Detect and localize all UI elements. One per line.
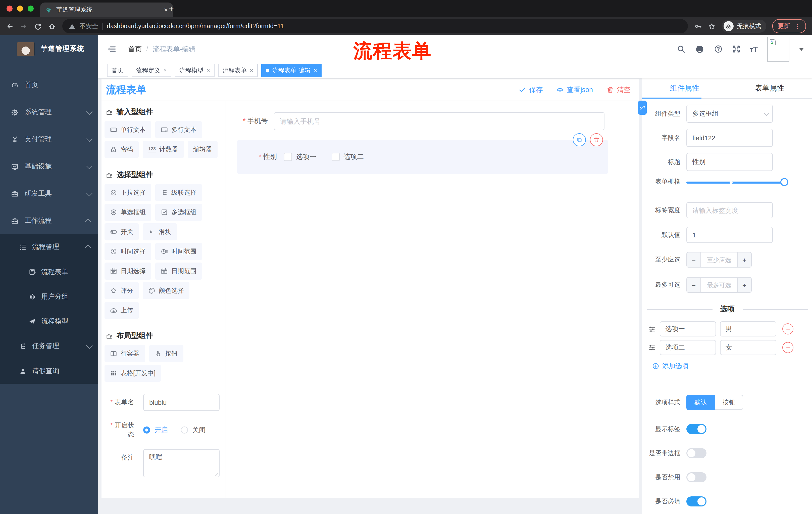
url-text[interactable]: dashboard.yudao.iocoder.cn/bpm/manager/f…: [107, 23, 284, 30]
stepper-decrease-button[interactable]: [687, 278, 701, 292]
reload-icon[interactable]: [34, 22, 42, 30]
drag-handle-icon[interactable]: [648, 344, 656, 351]
sidebar-item-user-group[interactable]: 用户分组: [0, 284, 98, 309]
palette-item-single-line-text[interactable]: 单行文本: [105, 121, 151, 138]
remove-option-button[interactable]: [782, 323, 793, 334]
fullscreen-icon[interactable]: [732, 45, 741, 53]
palette-item-row-container[interactable]: 行容器: [105, 345, 145, 362]
tag-close-icon[interactable]: [163, 67, 167, 74]
gender-option-2[interactable]: 选项二: [331, 153, 364, 161]
palette-item-rate[interactable]: 评分: [105, 282, 139, 299]
palette-item-select[interactable]: 下拉选择: [105, 184, 151, 201]
checkbox-icon[interactable]: [331, 153, 340, 161]
palette-item-counter[interactable]: 计数器: [143, 141, 184, 158]
back-icon[interactable]: [6, 22, 13, 30]
sidebar-item-workflow[interactable]: 工作流程: [0, 207, 98, 234]
collapse-sidebar-icon[interactable]: [108, 45, 116, 53]
bookmark-star-icon[interactable]: [708, 22, 715, 30]
browser-tab[interactable]: 芋道管理系统: [40, 2, 173, 17]
option-value-input[interactable]: [720, 340, 776, 355]
forward-icon[interactable]: [20, 22, 28, 30]
tag-process-form-edit[interactable]: 流程表单-编辑: [261, 64, 322, 77]
maximize-window-button[interactable]: [28, 5, 34, 11]
option-value-input[interactable]: [720, 321, 776, 336]
copy-field-button[interactable]: [573, 133, 586, 146]
palette-item-button[interactable]: 按钮: [149, 345, 183, 362]
sidebar-item-task-management[interactable]: 任务管理: [0, 333, 98, 359]
drag-handle-icon[interactable]: [648, 325, 656, 333]
palette-item-upload[interactable]: 上传: [105, 302, 139, 319]
view-json-button[interactable]: 查看json: [556, 85, 593, 94]
tag-process-definition[interactable]: 流程定义: [132, 64, 171, 77]
form-canvas[interactable]: 手机号 性别 选项一 选项二: [227, 101, 639, 498]
tag-close-icon[interactable]: [250, 67, 253, 74]
stepper-increase-button[interactable]: [737, 252, 751, 267]
link-handle[interactable]: [638, 101, 647, 115]
tab-form-props[interactable]: 表单属性: [727, 78, 812, 98]
tag-process-form[interactable]: 流程表单: [218, 64, 258, 77]
sidebar-item-process-model[interactable]: 流程模型: [0, 309, 98, 333]
palette-item-cascader[interactable]: 级联选择: [155, 184, 202, 201]
palette-item-radio-group[interactable]: 单选框组: [105, 204, 151, 221]
url-bar[interactable]: 不安全 dashboard.yudao.iocoder.cn/bpm/manag…: [62, 19, 688, 33]
clear-button[interactable]: 清空: [607, 85, 631, 94]
component-type-select[interactable]: 多选框组: [686, 105, 773, 123]
palette-item-date-range[interactable]: 日期范围: [155, 263, 202, 280]
option-label-input[interactable]: [660, 340, 716, 355]
stepper-decrease-button[interactable]: [687, 252, 701, 267]
search-icon[interactable]: [676, 45, 685, 53]
phone-field-input[interactable]: [274, 112, 605, 130]
title-input[interactable]: [686, 153, 773, 171]
remove-option-button[interactable]: [782, 342, 793, 353]
disabled-switch[interactable]: [686, 472, 706, 482]
field-name-input[interactable]: [686, 129, 773, 147]
min-select-input[interactable]: [701, 252, 737, 267]
tag-home[interactable]: 首页: [107, 64, 128, 77]
avatar-broken-image[interactable]: [767, 36, 789, 62]
avatar-dropdown-caret-icon[interactable]: [799, 48, 804, 51]
new-tab-button[interactable]: [169, 4, 174, 14]
sidebar-logo-row[interactable]: 芋道管理系统: [0, 35, 98, 62]
palette-item-multi-line-text[interactable]: 多行文本: [155, 121, 202, 138]
delete-field-button[interactable]: [590, 133, 603, 146]
status-on-radio[interactable]: 开启: [143, 426, 168, 435]
form-grid-slider[interactable]: [686, 178, 785, 186]
sidebar-item-leave-query[interactable]: 请假查询: [0, 359, 98, 384]
show-label-switch[interactable]: [686, 424, 706, 434]
style-button-button[interactable]: 按钮: [715, 395, 743, 410]
form-remark-textarea[interactable]: 嘿嘿: [143, 449, 220, 477]
palette-item-color-picker[interactable]: 颜色选择: [143, 282, 190, 299]
stepper-increase-button[interactable]: [737, 278, 751, 292]
canvas-field-phone[interactable]: 手机号: [227, 112, 639, 130]
default-value-input[interactable]: [686, 227, 773, 243]
add-option-button[interactable]: 添加选项: [652, 361, 812, 371]
form-name-input[interactable]: [143, 394, 220, 411]
palette-item-switch[interactable]: 开关: [105, 223, 139, 240]
status-off-radio[interactable]: 关闭: [181, 426, 205, 435]
sidebar-item-home[interactable]: 首页: [0, 72, 98, 99]
sidebar-item-process-management[interactable]: 流程管理: [0, 234, 98, 260]
sidebar-item-system[interactable]: 系统管理: [0, 99, 98, 126]
not-secure-warning-icon[interactable]: [69, 23, 76, 29]
palette-item-time-range[interactable]: 时间范围: [155, 243, 202, 260]
palette-item-table[interactable]: 表格[开发中]: [105, 364, 161, 382]
window-controls[interactable]: [6, 5, 34, 11]
label-width-input[interactable]: [686, 202, 773, 218]
gender-option-1[interactable]: 选项一: [284, 153, 316, 161]
tag-close-icon[interactable]: [206, 67, 210, 74]
palette-item-slider[interactable]: 滑块: [143, 223, 177, 240]
browser-menu-icon[interactable]: [794, 22, 801, 30]
home-icon[interactable]: [48, 22, 56, 30]
palette-item-editor[interactable]: 编辑器: [188, 141, 218, 158]
sidebar-item-process-form[interactable]: 流程表单: [0, 260, 98, 284]
tag-close-icon[interactable]: [314, 67, 317, 74]
border-switch[interactable]: [686, 448, 706, 458]
close-window-button[interactable]: [6, 5, 12, 11]
save-button[interactable]: 保存: [519, 85, 543, 94]
max-select-input[interactable]: [701, 278, 737, 292]
github-icon[interactable]: [695, 44, 704, 54]
palette-item-time-picker[interactable]: 时间选择: [105, 243, 151, 260]
canvas-field-gender-selected[interactable]: 性别 选项一 选项二: [237, 140, 608, 174]
sidebar-item-infra[interactable]: 基础设施: [0, 153, 98, 180]
tag-process-model[interactable]: 流程模型: [175, 64, 214, 77]
